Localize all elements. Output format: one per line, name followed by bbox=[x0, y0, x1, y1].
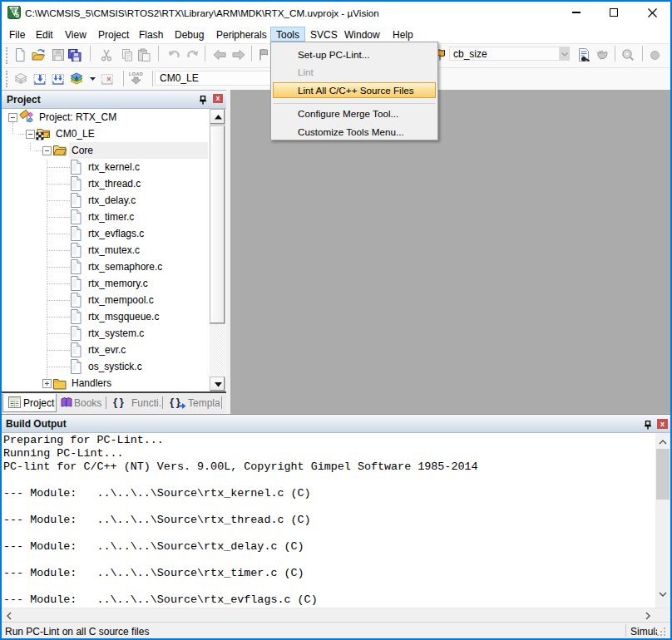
svg-text:?: ? bbox=[64, 399, 68, 407]
svg-text:5: 5 bbox=[15, 11, 19, 19]
svg-text:LOAD: LOAD bbox=[129, 71, 143, 76]
